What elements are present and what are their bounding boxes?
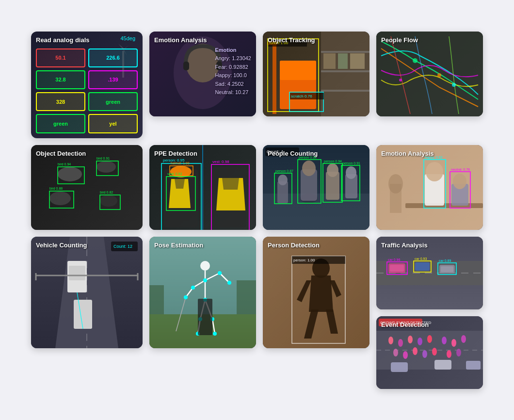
emotion-label-2: Emotion Analysis: [381, 150, 434, 157]
ppe-viz: person: 0.95 helmet: 1.00 vest: 0.92 ves…: [149, 145, 256, 230]
pose-label: Pose Estimation: [154, 242, 203, 249]
object-detection-card[interactable]: bird 0.94 bird 0.91 bird 0.88 bird 0.82 …: [31, 145, 143, 230]
svg-marker-2: [123, 45, 129, 50]
svg-rect-126: [405, 203, 483, 208]
svg-point-158: [403, 351, 408, 359]
emotion-fear: Fear: 0.92882: [215, 63, 251, 72]
tracking-bg: forklift 1.00 scratch 0.76: [263, 32, 369, 116]
svg-point-164: [461, 335, 466, 343]
vehicle-counting-viz: Count: 12: [31, 237, 143, 348]
svg-point-155: [418, 338, 422, 345]
person-detection-card[interactable]: person: 1.00 Person Detection: [263, 237, 369, 348]
vehicle-counting-card[interactable]: Count: 12 Vehicle Counting: [31, 237, 143, 348]
svg-text:person 0.87: person 0.87: [275, 169, 293, 173]
emotion2-viz: happy: 0.92 neutral: 0.78: [376, 145, 483, 230]
emotion2-bg: happy: 0.92 neutral: 0.78: [376, 145, 483, 230]
ppe-label: PPE Detection: [154, 150, 197, 157]
person-detect-label: Person Detection: [268, 242, 320, 249]
svg-rect-79: [350, 53, 365, 69]
svg-rect-143: [415, 262, 430, 271]
svg-point-66: [184, 295, 188, 299]
svg-text:car 0.89: car 0.89: [439, 259, 451, 262]
svg-text:car 0.96: car 0.96: [388, 258, 400, 261]
emotion-angry: Angry: 1.23042: [215, 54, 251, 63]
event-detection-card[interactable]: CROWD EVENT DETECTED Event Detection: [376, 316, 483, 389]
pose-estimation-card[interactable]: Pose Estimation: [149, 237, 256, 348]
emotion-analysis-card-1[interactable]: Emotion Analysis Emotion Angry: 1.23042 …: [149, 32, 256, 116]
ppe-detection-card[interactable]: person: 0.95 helmet: 1.00 vest: 0.92 ves…: [149, 145, 256, 230]
svg-rect-75: [321, 70, 369, 72]
emotion-label-1: Emotion Analysis: [154, 36, 207, 44]
svg-point-5: [96, 161, 116, 173]
svg-point-121: [413, 58, 418, 63]
windmill-icon: [109, 41, 138, 80]
tracking-label: Object Tracking: [268, 36, 315, 44]
svg-rect-142: [441, 266, 453, 272]
svg-rect-81: [280, 61, 316, 80]
read-analog-label: Read analog dials: [36, 36, 90, 44]
svg-point-157: [393, 349, 398, 356]
svg-point-159: [413, 347, 418, 355]
svg-marker-37: [222, 178, 239, 190]
svg-text:vest: 0.98: vest: 0.98: [212, 160, 229, 164]
traffic-analysis-card[interactable]: car 0.96 car 0.89 car 0.93 Traffic Analy…: [376, 237, 483, 309]
svg-point-152: [388, 337, 393, 344]
object-tracking-card[interactable]: forklift 1.00 scratch 0.76 Object Tracki…: [263, 32, 369, 116]
pose-viz: [149, 237, 256, 348]
svg-text:scratch 0.76: scratch 0.76: [291, 94, 312, 98]
emotion-neutral: Neutral: 10.27: [215, 88, 251, 97]
svg-point-99: [278, 175, 288, 185]
svg-rect-82: [273, 41, 276, 114]
dial-8: yel: [88, 114, 138, 133]
svg-rect-168: [434, 360, 451, 370]
people-count-label: People Counting: [268, 150, 318, 157]
svg-point-166: [456, 349, 461, 356]
read-analog-card[interactable]: Read analog dials 50.1 226.6 32.8 .139 3…: [31, 32, 143, 138]
svg-rect-0: [122, 51, 124, 78]
svg-point-95: [327, 163, 338, 177]
tracking-viz: forklift 1.00 scratch 0.76: [263, 32, 369, 116]
emotion-analysis-card-2[interactable]: happy: 0.92 neutral: 0.78 Emotion Analys…: [376, 145, 483, 230]
svg-point-65: [191, 286, 195, 290]
object-detect-bg: bird 0.94 bird 0.91 bird 0.88 bird 0.82: [31, 145, 143, 230]
ppe-bg: person: 0.95 helmet: 1.00 vest: 0.92 ves…: [149, 145, 256, 230]
svg-point-123: [452, 83, 456, 87]
svg-text:bird 0.94: bird 0.94: [58, 162, 71, 166]
emotion-stats: Emotion Angry: 1.23042 Fear: 0.92882 Hap…: [215, 46, 251, 97]
object-detect-viz: bird 0.94 bird 0.91 bird 0.88 bird 0.82: [31, 145, 143, 230]
svg-text:person: 1.00: person: 1.00: [293, 258, 315, 262]
people-flow-label: People Flow: [381, 36, 418, 44]
dial-1: 50.1: [36, 48, 85, 67]
svg-text:bird 0.91: bird 0.91: [96, 157, 110, 160]
event-label: Event Detection: [381, 321, 429, 328]
svg-rect-29: [183, 62, 189, 70]
svg-point-71: [213, 332, 217, 336]
svg-text:person 0.94: person 0.94: [324, 160, 342, 163]
svg-rect-50: [237, 280, 256, 314]
dial-5: 328: [36, 92, 85, 111]
svg-point-153: [398, 339, 403, 347]
emotion-sad: Sad: 4.2502: [215, 80, 251, 89]
flow-viz: [376, 32, 483, 116]
people-count-bg: person 0.98 person 0.94 person 0.91 pers…: [263, 145, 369, 230]
people-flow-card[interactable]: People Flow: [376, 32, 483, 116]
people-counting-card[interactable]: person 0.98 person 0.94 person 0.91 pers…: [263, 145, 369, 230]
emotion-happy: Happy: 100.0: [215, 71, 251, 80]
svg-point-130: [453, 174, 466, 189]
svg-text:bird 0.88: bird 0.88: [49, 187, 63, 190]
person-detect-bg: person: 1.00: [263, 237, 369, 348]
vehicle-counting-bg: Count: 12: [31, 237, 143, 348]
svg-text:bird 0.82: bird 0.82: [100, 191, 113, 194]
svg-rect-74: [321, 51, 369, 53]
svg-point-156: [427, 335, 432, 343]
svg-rect-20: [74, 300, 92, 329]
svg-point-163: [451, 339, 456, 347]
emotion-title: Emotion: [215, 46, 251, 55]
col4-stack: car 0.96 car 0.89 car 0.93 Traffic Analy…: [376, 237, 483, 389]
svg-rect-167: [391, 362, 408, 372]
svg-point-52: [200, 261, 210, 271]
svg-point-161: [432, 348, 437, 355]
angle-label: 45deg: [120, 35, 135, 41]
svg-point-62: [203, 278, 207, 282]
svg-marker-33: [175, 179, 185, 189]
